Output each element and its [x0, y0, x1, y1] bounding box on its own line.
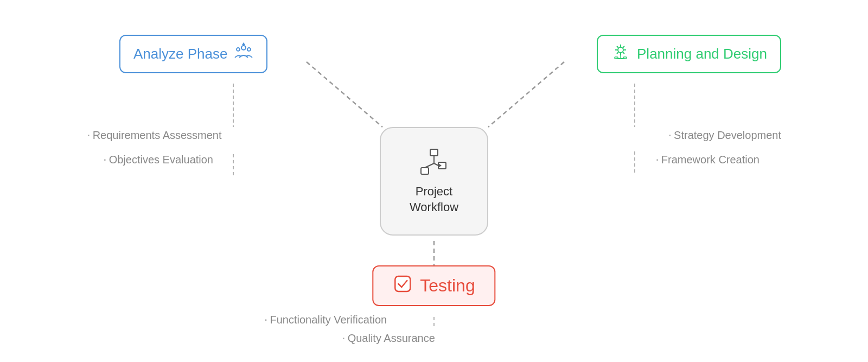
analyze-phase-box: Analyze Phase	[119, 35, 267, 73]
svg-line-0	[307, 62, 382, 127]
planning-design-label: Planning and Design	[637, 46, 767, 62]
testing-box: Testing	[372, 265, 495, 306]
svg-point-15	[241, 46, 246, 50]
functionality-verification-label: Functionality Verification	[264, 312, 387, 327]
svg-line-13	[434, 163, 438, 166]
project-workflow-box: Project Workflow	[380, 127, 488, 236]
requirements-assessment-label: Requirements Assessment	[87, 127, 222, 142]
workflow-icon	[418, 147, 450, 180]
planning-design-box: Planning and Design	[597, 35, 781, 73]
testing-icon	[393, 274, 412, 297]
strategy-development-label: Strategy Development	[668, 127, 781, 142]
planning-icon	[611, 42, 630, 66]
objectives-evaluation-label: Objectives Evaluation	[103, 151, 213, 167]
svg-point-17	[247, 48, 251, 51]
svg-line-12	[425, 163, 434, 168]
svg-rect-25	[615, 57, 618, 59]
framework-creation-label: Framework Creation	[655, 151, 760, 167]
svg-rect-9	[421, 168, 429, 174]
svg-rect-27	[395, 276, 410, 291]
svg-line-1	[488, 62, 564, 127]
svg-marker-19	[242, 42, 245, 45]
testing-label: Testing	[420, 276, 475, 296]
svg-point-16	[237, 48, 240, 51]
analyze-phase-label: Analyze Phase	[133, 46, 227, 62]
quality-assurance-label: Quality Assurance	[342, 330, 435, 345]
svg-rect-26	[623, 57, 627, 59]
project-workflow-label: Project Workflow	[410, 184, 458, 215]
analyze-icon	[234, 42, 253, 66]
diagram-container: Project Workflow Analyze Phase	[54, 13, 814, 350]
svg-point-20	[618, 47, 623, 53]
svg-rect-8	[430, 149, 438, 156]
